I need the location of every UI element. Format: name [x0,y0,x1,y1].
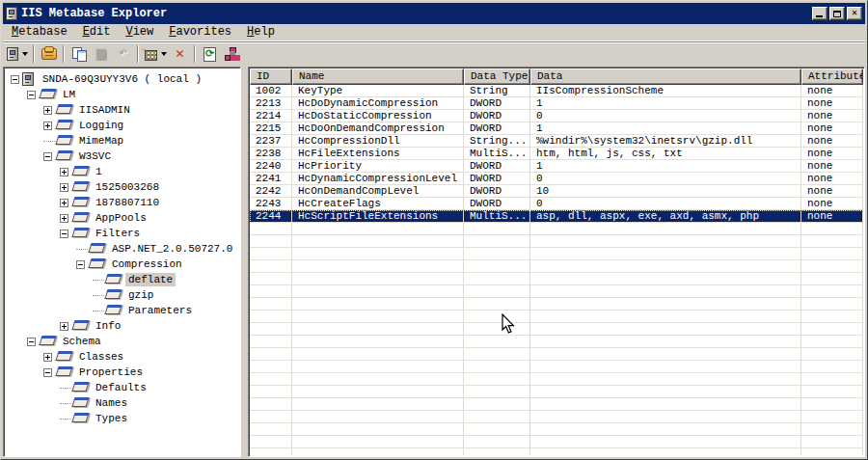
new-key-button[interactable] [142,43,169,65]
open-button[interactable] [38,43,60,65]
collapse-icon[interactable] [43,152,52,161]
tree-item-iisadmin[interactable]: IISADMIN [7,102,238,118]
table-row[interactable]: 2240HcPriorityDWORD1none [250,160,863,173]
metabase-tree: SNDA-69Q3UYY3V6 ( local )LMIISADMINLoggi… [3,67,241,457]
collapse-icon[interactable] [43,368,52,377]
tree-item-logging[interactable]: Logging [7,118,238,133]
expand-icon[interactable] [60,322,68,331]
table-row[interactable]: 2244HcScriptFileExtensionsMultiS...asp, … [250,210,863,223]
collapse-icon[interactable] [60,230,68,238]
copy-button[interactable] [68,43,90,65]
tree-item-1878807110[interactable]: 1878807110 [7,195,238,210]
cell-attrs [801,448,863,455]
expand-icon[interactable] [60,168,68,176]
collapse-icon[interactable] [27,338,36,346]
cell-id: 2238 [250,148,292,160]
refresh-button[interactable] [199,43,221,65]
tree-item-filters[interactable]: Filters [7,226,238,241]
tree-item-info[interactable]: Info [7,318,238,334]
cell-id: 1002 [250,85,292,97]
open-icon [41,48,57,60]
table-row[interactable]: 2238HcFileExtensionsMultiS...htm, html, … [250,148,863,160]
cell-type: DWORD [464,185,530,198]
tree-item-1[interactable]: 1 [7,164,238,179]
paste-button[interactable] [90,43,112,65]
expand-icon[interactable] [60,199,68,207]
tree-item-deflate[interactable]: deflate [7,272,238,287]
tree-item-label: Classes [76,350,126,364]
expand-icon[interactable] [43,106,52,115]
cell-type [464,423,530,436]
table-row[interactable]: 2214HcDoStaticCompressionDWORD0none [250,110,863,122]
maximize-button[interactable] [829,7,845,20]
table-row[interactable]: 2213HcDoDynamicCompressionDWORD1none [250,97,863,110]
key-icon [88,243,105,253]
tree-item-mimemap[interactable]: MimeMap [7,133,238,149]
panel-splitter[interactable] [241,67,248,457]
tree-item-properties[interactable]: Properties [7,365,238,380]
cell-attrs [801,248,863,260]
minimize-button[interactable] [812,7,827,20]
cell-name [292,398,464,411]
tree-item-snda-69q3uyy3v6-local-[interactable]: SNDA-69Q3UYY3V6 ( local ) [7,71,238,87]
cell-type [464,336,530,348]
tree-item-w3svc[interactable]: W3SVC [7,149,238,164]
close-button[interactable]: ✕ [847,7,862,20]
column-header-name[interactable]: Name [292,68,464,85]
expand-icon[interactable] [43,122,52,130]
empty-row [250,373,863,386]
connect-server-button[interactable] [5,43,30,65]
cell-id [250,411,292,423]
tree-item-parameters[interactable]: Parameters [7,303,238,318]
expand-icon[interactable] [60,183,68,192]
tree-item-compression[interactable]: Compression [7,257,238,272]
expand-icon[interactable] [43,353,52,362]
tree-item-defaults[interactable]: Defaults [7,380,238,395]
cell-name [292,285,464,298]
tree-item-1525003268[interactable]: 1525003268 [7,179,238,195]
title-bar[interactable]: IIS Metabase Explorer ✕ [3,3,865,24]
tree-item-classes[interactable]: Classes [7,349,238,365]
expand-icon[interactable] [60,214,68,223]
cell-id: 2213 [250,97,292,110]
tree-item-names[interactable]: Names [7,395,238,411]
column-header-data[interactable]: Data [530,68,801,85]
tree-connector [93,295,104,296]
tree-item-schema[interactable]: Schema [7,334,238,349]
tree-item-lm[interactable]: LM [7,87,238,102]
tree-item-label: 1878807110 [93,196,162,209]
tree-item-apppools[interactable]: AppPools [7,210,238,226]
collapse-icon[interactable] [11,75,19,84]
empty-row [250,436,863,448]
tree-item-types[interactable]: Types [7,411,238,426]
table-row[interactable]: 2215HcDoOnDemandCompressionDWORD1none [250,122,863,135]
menu-view[interactable]: View [118,23,161,41]
cell-attrs [801,373,863,386]
column-header-data-type[interactable]: Data Type [464,68,530,85]
menu-favorites[interactable]: Favorites [161,23,239,41]
cell-data: 0 [530,198,801,210]
table-row[interactable]: 2242HcOnDemandCompLevelDWORD10none [250,185,863,198]
table-row[interactable]: 2241HcDynamicCompressionLevelDWORD0none [250,173,863,185]
tree-item-label: ASP.NET_2.0.50727.0 [109,242,235,256]
undo-button[interactable]: ↶ [112,43,134,65]
menu-help[interactable]: Help [239,23,283,41]
menu-edit[interactable]: Edit [75,23,119,41]
paste-icon [95,48,107,61]
cell-id [250,285,292,298]
view-hierarchy-button[interactable] [221,43,243,65]
content-area: SNDA-69Q3UYY3V6 ( local )LMIISADMINLoggi… [3,66,865,457]
collapse-icon[interactable] [76,260,85,269]
tree-item-asp-net-2-0-50727-0[interactable]: ASP.NET_2.0.50727.0 [7,241,238,257]
table-row[interactable]: 1002KeyTypeStringIIsCompressionSchemenon… [250,85,863,97]
table-row[interactable]: 2237HcCompressionDllString...%windir%\sy… [250,135,863,148]
cell-data: IIsCompressionScheme [530,85,801,97]
delete-button[interactable]: ✕ [169,43,191,65]
collapse-icon[interactable] [27,91,36,99]
cell-type [464,448,530,455]
menu-metabase[interactable]: Metabase [4,23,75,41]
table-row[interactable]: 2243HcCreateFlagsDWORD0none [250,198,863,210]
column-header-id[interactable]: ID [250,68,292,85]
tree-item-gzip[interactable]: gzip [7,287,238,303]
column-header-attributes[interactable]: Attributes [801,68,863,85]
